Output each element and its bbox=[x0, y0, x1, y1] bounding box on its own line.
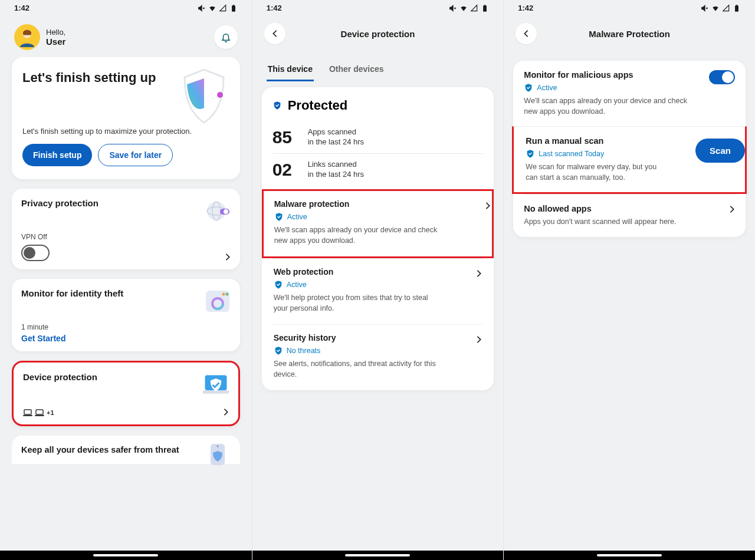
malware-settings-card: Monitor for malicious apps Active We'll … bbox=[513, 61, 746, 237]
tab-other-devices[interactable]: Other devices bbox=[328, 58, 385, 81]
chevron-left-icon bbox=[523, 29, 529, 38]
svg-point-11 bbox=[225, 293, 228, 296]
malware-desc: We'll scan apps already on your device a… bbox=[274, 225, 439, 246]
status-bar: 1:42 bbox=[0, 0, 252, 15]
svg-rect-23 bbox=[484, 5, 485, 5]
laptop-icon bbox=[23, 409, 32, 416]
back-button[interactable] bbox=[516, 23, 537, 44]
monitor-desc: We'll scan apps already on your device a… bbox=[524, 96, 689, 117]
device-protection-card[interactable]: Device protection +1 bbox=[12, 361, 240, 426]
manual-status: Last scanned Today bbox=[539, 150, 604, 158]
svg-rect-25 bbox=[736, 5, 737, 5]
notifications-button[interactable] bbox=[214, 25, 238, 49]
greeting-name: User bbox=[46, 37, 65, 47]
malware-protection-screen: 1:42 Malware Protection Monitor for mali… bbox=[503, 0, 755, 560]
device-shield-icon bbox=[202, 371, 230, 399]
stat-apps-l1: Apps scanned bbox=[308, 127, 364, 137]
status-icons bbox=[198, 4, 238, 12]
history-title: Security history bbox=[274, 333, 482, 342]
malware-title: Malware protection bbox=[274, 199, 482, 209]
svg-rect-24 bbox=[735, 5, 738, 11]
stat-apps-l2: in the last 24 hrs bbox=[308, 137, 364, 147]
chevron-right-icon bbox=[476, 269, 482, 278]
svg-rect-17 bbox=[23, 415, 32, 416]
allowed-title: No allowed apps bbox=[524, 204, 735, 213]
web-protection-row[interactable]: Web protection Active We'll help protect… bbox=[273, 258, 484, 324]
chevron-right-icon bbox=[476, 335, 482, 344]
privacy-card[interactable]: Privacy protection VPN Off bbox=[12, 189, 240, 269]
setup-card: Let's finish setting up Let's finish set… bbox=[12, 57, 240, 179]
tab-this-device[interactable]: This device bbox=[267, 58, 314, 81]
allowed-apps-row[interactable]: No allowed apps Apps you don't want scan… bbox=[524, 194, 735, 237]
security-history-row[interactable]: Security history No threats See alerts, … bbox=[273, 324, 484, 390]
home-screen: 1:42 Hello, User Let's finish setting up bbox=[0, 0, 252, 560]
malware-content: Monitor for malicious apps Active We'll … bbox=[504, 52, 755, 237]
svg-rect-18 bbox=[36, 410, 43, 414]
device-title: Device protection bbox=[23, 372, 229, 382]
wifi-icon bbox=[208, 4, 216, 12]
device-plus-count: +1 bbox=[47, 409, 54, 416]
battery-icon bbox=[481, 4, 489, 12]
back-button[interactable] bbox=[264, 23, 285, 44]
page-header: Malware Protection bbox=[504, 15, 755, 52]
check-icon bbox=[724, 74, 731, 81]
history-desc: See alerts, notifications, and threat ac… bbox=[274, 359, 439, 380]
monitor-title: Monitor for malicious apps bbox=[524, 70, 735, 80]
avatar[interactable] bbox=[14, 24, 40, 50]
save-later-button[interactable]: Save for later bbox=[98, 144, 173, 166]
identity-link[interactable]: Get Started bbox=[21, 334, 231, 343]
web-desc: We'll help protect you from sites that t… bbox=[274, 293, 439, 314]
status-bar: 1:42 bbox=[504, 0, 755, 15]
bell-icon bbox=[221, 32, 231, 42]
svg-rect-22 bbox=[483, 5, 487, 11]
device-count: +1 bbox=[23, 409, 229, 416]
android-nav-bar[interactable] bbox=[504, 551, 755, 560]
status-time: 1:42 bbox=[14, 4, 29, 12]
laptop-icon bbox=[35, 409, 44, 416]
shield-graphic bbox=[178, 67, 231, 126]
signal-icon bbox=[219, 4, 227, 12]
scan-button[interactable]: Scan bbox=[695, 139, 745, 163]
chevron-right-icon bbox=[225, 253, 231, 261]
malware-protection-row[interactable]: Malware protection Active We'll scan app… bbox=[262, 189, 494, 258]
page-title: Device protection bbox=[341, 29, 415, 39]
svg-point-10 bbox=[222, 293, 225, 296]
android-nav-bar[interactable] bbox=[252, 551, 504, 560]
stat-links-num: 02 bbox=[273, 160, 298, 180]
web-title: Web protection bbox=[274, 267, 482, 276]
status-time: 1:42 bbox=[267, 4, 282, 12]
shield-check-icon bbox=[526, 149, 535, 159]
stat-links: 02 Links scanned in the last 24 hrs bbox=[273, 153, 484, 186]
android-nav-bar[interactable] bbox=[0, 551, 252, 560]
finish-setup-button[interactable]: Finish setup bbox=[22, 144, 92, 166]
shield-check-icon bbox=[274, 280, 283, 289]
stat-apps-num: 85 bbox=[273, 127, 298, 147]
svg-rect-16 bbox=[24, 410, 31, 414]
device-tabs: This device Other devices bbox=[252, 58, 504, 81]
identity-card[interactable]: Monitor for identity theft 1 minute Get … bbox=[12, 279, 240, 351]
profile[interactable]: Hello, User bbox=[14, 24, 65, 50]
devices-safer-card[interactable]: Keep all your devices safer from threat bbox=[12, 436, 240, 464]
malware-status: Active bbox=[287, 213, 307, 221]
battery-icon bbox=[229, 4, 238, 12]
monitor-apps-row: Monitor for malicious apps Active We'll … bbox=[524, 61, 735, 126]
home-content: Let's finish setting up Let's finish set… bbox=[0, 57, 252, 560]
home-header: Hello, User bbox=[0, 15, 252, 57]
signal-icon bbox=[722, 4, 730, 12]
manual-scan-row: Run a manual scan Last scanned Today We … bbox=[512, 126, 747, 194]
mute-icon bbox=[449, 4, 457, 12]
status-time: 1:42 bbox=[518, 4, 533, 12]
browser-icon bbox=[203, 287, 232, 315]
globe-icon bbox=[203, 197, 232, 225]
svg-point-8 bbox=[224, 209, 228, 214]
chevron-left-icon bbox=[272, 29, 278, 38]
shield-check-icon bbox=[274, 212, 284, 222]
wifi-icon bbox=[459, 4, 468, 12]
monitor-toggle[interactable] bbox=[709, 70, 735, 84]
vpn-toggle[interactable] bbox=[21, 245, 50, 261]
allowed-desc: Apps you don't want scanned will appear … bbox=[524, 217, 689, 228]
chevron-right-icon bbox=[485, 202, 491, 210]
mute-icon bbox=[198, 4, 206, 12]
stat-links-l2: in the last 24 hrs bbox=[308, 170, 364, 180]
stat-links-l1: Links scanned bbox=[308, 160, 364, 170]
